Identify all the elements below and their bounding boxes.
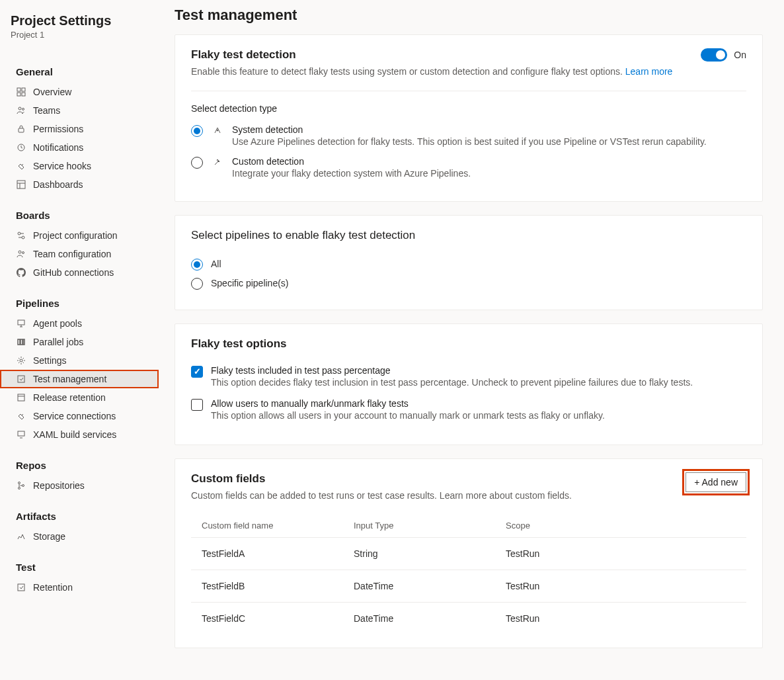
nav-label: Settings (33, 355, 67, 366)
nav-item-teams[interactable]: Teams (0, 101, 159, 120)
nav-label: Teams (33, 105, 60, 116)
learn-more-link[interactable]: Learn more (625, 66, 673, 77)
radio-title: System detection (232, 124, 746, 135)
svg-rect-23 (18, 394, 24, 401)
system-detection-icon (212, 125, 223, 136)
nav-item-release-retention[interactable]: Release retention (0, 388, 159, 407)
nav-label: Permissions (33, 124, 83, 134)
nav-item-overview[interactable]: Overview (0, 83, 159, 101)
table-row[interactable]: TestFieldC DateTime TestRun (191, 602, 746, 634)
nav-section-boards: Boards Project configuration Team config… (0, 204, 159, 282)
nav-label: Project configuration (33, 230, 118, 241)
radio-specific[interactable] (191, 278, 203, 290)
card-header: Custom fields Custom fields can be added… (191, 472, 746, 503)
cell-scope: TestRun (506, 548, 736, 559)
nav-item-storage[interactable]: Storage (0, 527, 159, 546)
retention-icon (16, 582, 26, 593)
radio-all[interactable] (191, 259, 203, 271)
nav-label: Retention (33, 582, 73, 593)
card-title: Custom fields (191, 472, 572, 486)
release-retention-icon (16, 392, 26, 403)
svg-rect-19 (20, 339, 22, 345)
radio-all-pipelines: All (191, 258, 746, 271)
teams-icon (16, 105, 26, 116)
card-title: Flaky test detection (191, 48, 672, 62)
svg-point-21 (20, 359, 22, 362)
team-config-icon (16, 249, 26, 259)
custom-fields-card: Custom fields Custom fields can be added… (175, 458, 763, 649)
parallel-jobs-icon (16, 337, 26, 347)
nav-item-team-config[interactable]: Team configuration (0, 245, 159, 263)
nav-label: Release retention (33, 392, 106, 403)
nav-item-parallel-jobs[interactable]: Parallel jobs (0, 333, 159, 351)
table-header: Custom field name Input Type Scope (191, 514, 746, 537)
page-title: Test management (175, 7, 784, 24)
nav-label: Service connections (33, 411, 116, 421)
cell-name: TestFieldB (202, 581, 354, 591)
nav-item-retention[interactable]: Retention (0, 578, 159, 597)
check-manual-mark: Allow users to manually mark/unmark flak… (191, 398, 746, 421)
radio-content: Custom detection Integrate your flaky de… (232, 156, 746, 179)
nav-item-dashboards[interactable]: Dashboards (0, 175, 159, 194)
nav-item-project-config[interactable]: Project configuration (0, 226, 159, 245)
cell-scope: TestRun (506, 581, 736, 591)
storage-icon (16, 531, 26, 542)
card-desc-text: Enable this feature to detect flaky test… (191, 66, 625, 77)
svg-point-27 (19, 482, 20, 484)
checkbox-manual-mark[interactable] (191, 399, 203, 411)
radio-system[interactable] (191, 125, 203, 137)
svg-rect-15 (18, 320, 24, 325)
add-new-button[interactable]: + Add new (686, 472, 746, 492)
check-title: Flaky tests included in test pass percen… (211, 365, 746, 376)
radio-label: All (211, 259, 221, 269)
nav-item-settings[interactable]: Settings (0, 351, 159, 370)
overview-icon (16, 87, 26, 97)
main-content: Test management Flaky test detection Ena… (159, 0, 784, 680)
radio-system-detection: System detection Use Azure Pipelines det… (191, 124, 746, 147)
radio-desc: Integrate your flaky detection system wi… (232, 168, 746, 179)
svg-rect-6 (19, 128, 24, 132)
svg-point-5 (22, 108, 24, 110)
col-header-type: Input Type (354, 521, 506, 531)
radio-custom[interactable] (191, 157, 203, 169)
nav-label: Agent pools (33, 318, 82, 329)
nav-item-xaml[interactable]: XAML build services (0, 425, 159, 444)
cell-name: TestFieldA (202, 548, 354, 559)
service-connections-icon (16, 411, 26, 421)
nav-item-notifications[interactable]: Notifications (0, 138, 159, 157)
checkbox-pass-pct[interactable] (191, 366, 203, 378)
test-management-icon (16, 374, 26, 384)
radio-desc: Use Azure Pipelines detection for flaky … (232, 136, 746, 147)
radio-content: System detection Use Azure Pipelines det… (232, 124, 746, 147)
nav-item-github[interactable]: GitHub connections (0, 263, 159, 282)
cell-type: DateTime (354, 613, 506, 624)
cell-scope: TestRun (506, 613, 736, 624)
cell-type: String (354, 548, 506, 559)
radio-label: Specific pipeline(s) (211, 278, 289, 288)
nav-label: XAML build services (33, 429, 116, 440)
nav-item-permissions[interactable]: Permissions (0, 120, 159, 138)
select-type-label: Select detection type (191, 103, 746, 114)
sidebar-subtitle: Project 1 (11, 30, 148, 40)
nav-label: Storage (33, 531, 65, 542)
toggle-label: On (734, 50, 746, 60)
svg-rect-22 (18, 376, 24, 382)
check-desc: This option allows all users in your acc… (211, 410, 746, 421)
custom-fields-table: Custom field name Input Type Scope TestF… (191, 514, 746, 634)
nav-item-service-connections[interactable]: Service connections (0, 407, 159, 425)
nav-item-repositories[interactable]: Repositories (0, 476, 159, 495)
gear-icon (16, 355, 26, 366)
flaky-toggle[interactable] (701, 48, 727, 62)
nav-label: Repositories (33, 480, 85, 491)
nav-item-service-hooks[interactable]: Service hooks (0, 157, 159, 175)
sidebar-title: Project Settings (11, 13, 148, 28)
svg-point-29 (22, 485, 24, 487)
nav-section-test: Test Retention (0, 556, 159, 597)
toggle-knob (716, 50, 725, 60)
svg-point-28 (19, 488, 20, 489)
nav-item-agent-pools[interactable]: Agent pools (0, 314, 159, 333)
table-row[interactable]: TestFieldB DateTime TestRun (191, 570, 746, 602)
nav-item-test-management[interactable]: Test management (0, 370, 159, 388)
svg-rect-3 (22, 93, 25, 96)
table-row[interactable]: TestFieldA String TestRun (191, 537, 746, 570)
